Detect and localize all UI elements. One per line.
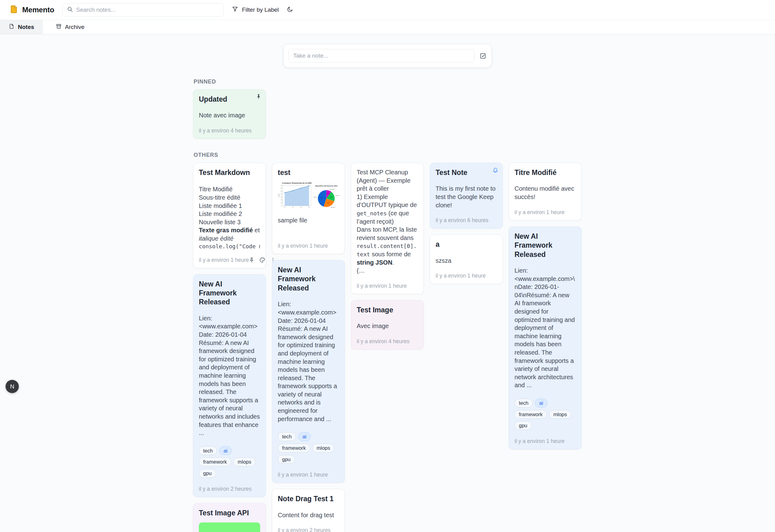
label-chip-gpu[interactable]: gpu [278, 455, 295, 464]
note-timestamp: il y a environ 4 heures [199, 120, 260, 134]
note-title: test [278, 168, 339, 177]
filter-by-label-button[interactable]: Filter by Label [232, 6, 279, 14]
svg-text:Produits: Produits [313, 196, 317, 197]
note-card-ai-framework-3[interactable]: New AI Framework Released Lien: <www.exa… [509, 226, 582, 449]
note-title: Test Image [357, 306, 418, 315]
take-a-note-input[interactable] [288, 49, 475, 63]
note-title: New AI Framework Released [515, 232, 576, 259]
others-grid: Test Markdown Titre Modifié Sous-titre é… [193, 163, 582, 532]
note-card-test[interactable]: test Croissance Trimestrielle du CA (M€)… [272, 163, 345, 254]
svg-text:Licences: Licences [336, 195, 339, 196]
note-timestamp: il y a environ 4 heures [357, 330, 418, 345]
others-section-label: OTHERS [194, 152, 582, 158]
funnel-icon [232, 6, 238, 14]
note-card-test-markdown[interactable]: Test Markdown Titre Modifié Sous-titre é… [193, 163, 266, 268]
search-box[interactable] [62, 3, 224, 17]
note-title: a [436, 240, 497, 249]
svg-text:Consulting: Consulting [329, 189, 334, 190]
note-timestamp: il y a environ 1 heure [515, 201, 576, 216]
svg-text:CA (M€): CA (M€) [278, 194, 279, 198]
svg-text:40: 40 [281, 194, 282, 195]
label-chip-gpu[interactable]: gpu [199, 469, 216, 478]
note-title: Note Drag Test 1 [278, 494, 339, 503]
user-avatar[interactable]: N [6, 380, 19, 393]
note-card-ai-framework-1[interactable]: New AI Framework Released Lien: <www.exa… [193, 274, 266, 497]
label-chip-ai[interactable]: ai [298, 432, 311, 441]
svg-text:Q3: Q3 [300, 207, 301, 208]
note-card-ai-framework-2[interactable]: New AI Framework Released Lien: <www.exa… [272, 260, 345, 483]
svg-text:60: 60 [281, 188, 282, 189]
note-composer [283, 44, 492, 67]
note-card-updated[interactable]: Updated Note avec image il y a environ 4… [193, 89, 266, 139]
pin-filled-icon[interactable] [255, 94, 262, 101]
note-icon [9, 23, 14, 31]
note-card-drag-test[interactable]: Note Drag Test 1 Content for drag test i… [272, 489, 345, 532]
note-timestamp: il y a environ 1 heure [357, 275, 418, 289]
search-input[interactable] [76, 6, 219, 13]
note-title: Test Markdown [199, 168, 260, 177]
brand: Memento [9, 5, 54, 15]
pinned-section-label: PINNED [194, 79, 582, 85]
note-card-a[interactable]: a szsza il y a environ 1 heure [430, 234, 503, 284]
svg-text:25.0%: 25.0% [327, 202, 330, 203]
label-chip-framework[interactable]: framework [278, 444, 310, 453]
svg-text:20: 20 [281, 200, 282, 201]
tab-archive[interactable]: Archive [47, 20, 93, 34]
label-chip-gpu[interactable]: gpu [515, 421, 532, 430]
note-content: Lien: <www.example.com>\nDate: 2026-01-0… [515, 266, 576, 389]
note-content: Content for drag test [278, 511, 339, 519]
svg-text:10: 10 [281, 202, 282, 204]
label-chip-tech[interactable]: tech [515, 399, 533, 408]
app-logo-icon [9, 5, 18, 15]
notes-board: PINNED Updated Note avec image il y a en… [193, 44, 582, 532]
label-chip-mlops[interactable]: mlops [312, 444, 334, 453]
palette-icon[interactable] [259, 257, 265, 263]
label-chips: tech ai framework mlops gpu [515, 399, 576, 430]
svg-text:Q1: Q1 [284, 207, 285, 208]
pin-note-button[interactable] [249, 257, 255, 263]
note-timestamp: il y a environ 1 heure [278, 464, 339, 478]
label-chip-ai[interactable]: ai [219, 446, 232, 455]
note-timestamp: il y a environ 2 heures [278, 519, 339, 532]
label-chip-mlops[interactable]: mlops [549, 410, 571, 419]
note-image [199, 522, 260, 532]
label-chips: tech ai framework mlops gpu [278, 432, 339, 464]
app-title: Memento [22, 6, 54, 14]
note-content: Lien: <www.example.com> Date: 2026-01-04… [278, 300, 339, 423]
note-card-mcp-cleanup[interactable]: Test MCP Cleanup (Agent) — Exemple prêt … [351, 163, 424, 294]
reminder-bell-icon[interactable] [492, 167, 499, 174]
note-timestamp: il y a environ 1 heure [515, 430, 576, 445]
svg-text:0: 0 [281, 205, 282, 207]
note-card-test-image-api[interactable]: Test Image API Note avec image il y a en… [193, 503, 266, 532]
search-icon [67, 6, 73, 14]
label-chip-framework[interactable]: framework [199, 457, 231, 466]
svg-text:30: 30 [281, 197, 282, 198]
label-chip-framework[interactable]: framework [515, 410, 547, 419]
svg-text:10.0%: 10.0% [326, 193, 329, 194]
tab-notes-label: Notes [18, 24, 34, 30]
note-content: This is my first note to test the Google… [436, 185, 497, 209]
dark-mode-toggle[interactable] [287, 6, 293, 14]
new-checklist-button[interactable] [479, 52, 487, 59]
note-content: sample file [278, 216, 339, 225]
note-content: Avec image [357, 322, 418, 330]
note-title: Test Note [436, 168, 497, 177]
moon-icon [287, 6, 293, 14]
note-content: Lien: <www.example.com> Date: 2026-01-04… [199, 314, 260, 437]
note-content: Titre Modifié Sous-titre édité Liste mod… [199, 185, 260, 250]
svg-text:Répartition des Revenus 2024: Répartition des Revenus 2024 [315, 185, 337, 187]
note-image-charts: Croissance Trimestrielle du CA (M€)01020… [278, 181, 339, 209]
note-card-test-note[interactable]: Test Note This is my first note to test … [430, 163, 503, 229]
app-header: Memento Filter by Label [0, 0, 775, 20]
label-chip-ai[interactable]: ai [535, 399, 548, 408]
note-card-test-image[interactable]: Test Image Avec image il y a environ 4 h… [351, 300, 424, 350]
note-card-titre-modifie[interactable]: Titre Modifié Contenu modifié avec succè… [509, 163, 582, 221]
note-title: Titre Modifié [515, 168, 576, 177]
svg-text:Q4: Q4 [308, 207, 309, 208]
pie-chart: Répartition des Revenus 202410.0%Consult… [313, 184, 339, 210]
label-chip-mlops[interactable]: mlops [233, 457, 255, 466]
label-chip-tech[interactable]: tech [199, 446, 217, 455]
tab-notes[interactable]: Notes [0, 20, 43, 34]
note-content: Test MCP Cleanup (Agent) — Exemple prêt … [357, 168, 418, 275]
label-chip-tech[interactable]: tech [278, 432, 296, 441]
